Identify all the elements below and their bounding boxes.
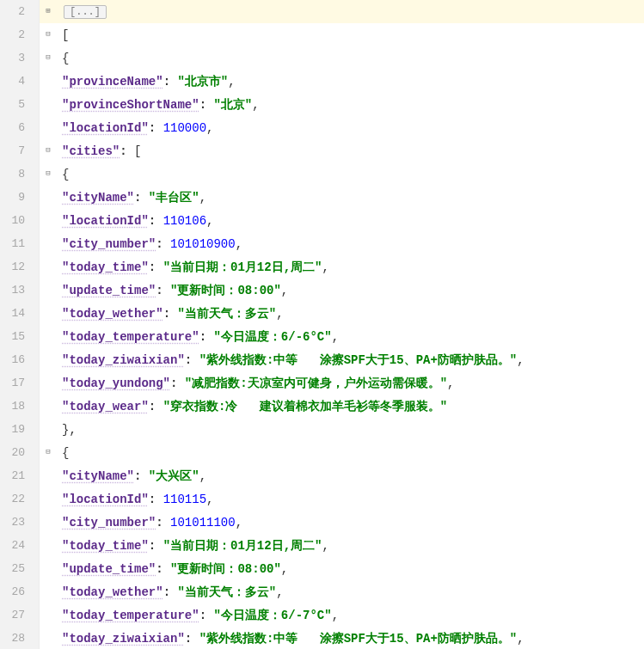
line-number: 12: [0, 255, 40, 279]
line-number: 20: [0, 441, 40, 464]
code-content[interactable]: "locationId": 110000,: [57, 116, 213, 139]
line-number: 25: [0, 557, 40, 580]
code-content[interactable]: "today_yundong": "减肥指数:天凉室内可健身，户外运动需保暖。"…: [57, 371, 454, 395]
code-content[interactable]: "provinceShortName": "北京",: [57, 93, 260, 116]
line-number: 22: [0, 487, 40, 511]
fold-gutter: [40, 116, 57, 139]
code-line[interactable]: 10 "locationId": 110106,: [0, 209, 644, 232]
code-line[interactable]: 26 "today_wether": "当前天气：多云",: [0, 580, 644, 603]
code-line[interactable]: 27 "today_temperature": "今日温度：6/-7°C",: [0, 603, 644, 627]
code-editor[interactable]: 2⊞ [...]2⊟ [3⊟ {4 "provinceName": "北京市",…: [0, 0, 644, 649]
fold-gutter: [40, 627, 57, 649]
code-line[interactable]: 9 "cityName": "丰台区",: [0, 186, 644, 209]
code-content[interactable]: "today_temperature": "今日温度：6/-6°C",: [57, 325, 339, 348]
code-line[interactable]: 24 "today_time": "当前日期：01月12日,周二",: [0, 534, 644, 557]
line-number: 2: [0, 23, 40, 46]
code-line[interactable]: 18 "today_wear": "穿衣指数:冷 建议着棉衣加羊毛衫等冬季服装。…: [0, 395, 644, 418]
code-content[interactable]: "city_number": 101011100,: [57, 511, 242, 534]
code-line[interactable]: 2⊟ [: [0, 23, 644, 46]
code-content[interactable]: "city_number": 101010900,: [57, 232, 242, 255]
code-content[interactable]: "today_ziwaixian": "紫外线指数:中等 涂擦SPF大于15、P…: [57, 348, 524, 371]
code-content[interactable]: "today_time": "当前日期：01月12日,周二",: [57, 534, 329, 557]
code-line[interactable]: 14 "today_wether": "当前天气：多云",: [0, 302, 644, 325]
code-line[interactable]: 19 },: [0, 418, 644, 441]
code-line[interactable]: 16 "today_ziwaixian": "紫外线指数:中等 涂擦SPF大于1…: [0, 348, 644, 371]
line-number: 14: [0, 302, 40, 325]
folded-region[interactable]: [...]: [64, 5, 107, 19]
code-line[interactable]: 11 "city_number": 101010900,: [0, 232, 644, 255]
code-content[interactable]: "today_ziwaixian": "紫外线指数:中等 涂擦SPF大于15、P…: [57, 627, 524, 649]
code-content[interactable]: "locationId": 110115,: [57, 487, 213, 511]
code-content[interactable]: {: [57, 46, 69, 70]
line-number: 9: [0, 186, 40, 209]
code-content[interactable]: {: [57, 441, 69, 464]
code-content[interactable]: "today_wear": "穿衣指数:冷 建议着棉衣加羊毛衫等冬季服装。": [57, 395, 447, 418]
code-content[interactable]: "cityName": "丰台区",: [57, 186, 206, 209]
code-line[interactable]: 12 "today_time": "当前日期：01月12日,周二",: [0, 255, 644, 279]
fold-collapse-icon[interactable]: ⊟: [40, 23, 57, 46]
line-number: 27: [0, 603, 40, 627]
fold-collapse-icon[interactable]: ⊟: [40, 441, 57, 464]
line-number: 16: [0, 348, 40, 371]
code-line[interactable]: 22 "locationId": 110115,: [0, 487, 644, 511]
fold-gutter: [40, 487, 57, 511]
fold-gutter: [40, 232, 57, 255]
code-content[interactable]: "provinceName": "北京市",: [57, 70, 236, 93]
code-line[interactable]: 2⊞ [...]: [0, 0, 644, 23]
code-content[interactable]: "today_temperature": "今日温度：6/-7°C",: [57, 603, 339, 627]
code-content[interactable]: [...]: [57, 0, 644, 23]
fold-gutter: [40, 93, 57, 116]
line-number: 23: [0, 511, 40, 534]
code-line[interactable]: 5 "provinceShortName": "北京",: [0, 93, 644, 116]
code-line[interactable]: 7⊟ "cities": [: [0, 139, 644, 162]
code-content[interactable]: "today_wether": "当前天气：多云",: [57, 302, 284, 325]
fold-collapse-icon[interactable]: ⊟: [40, 46, 57, 70]
line-number: 18: [0, 395, 40, 418]
fold-gutter: [40, 534, 57, 557]
code-content[interactable]: {: [57, 162, 69, 186]
code-content[interactable]: "locationId": 110106,: [57, 209, 213, 232]
fold-gutter: [40, 302, 57, 325]
fold-gutter: [40, 186, 57, 209]
line-number: 10: [0, 209, 40, 232]
line-number: 19: [0, 418, 40, 441]
code-line[interactable]: 28 "today_ziwaixian": "紫外线指数:中等 涂擦SPF大于1…: [0, 627, 644, 649]
code-line[interactable]: 13 "update_time": "更新时间：08:00",: [0, 279, 644, 302]
code-content[interactable]: },: [57, 418, 77, 441]
fold-collapse-icon[interactable]: ⊟: [40, 162, 57, 186]
code-line[interactable]: 17 "today_yundong": "减肥指数:天凉室内可健身，户外运动需保…: [0, 371, 644, 395]
code-content[interactable]: "today_wether": "当前天气：多云",: [57, 580, 284, 603]
code-line[interactable]: 4 "provinceName": "北京市",: [0, 70, 644, 93]
line-number: 8: [0, 162, 40, 186]
line-number: 7: [0, 139, 40, 162]
code-content[interactable]: [: [57, 23, 69, 46]
code-content[interactable]: "today_time": "当前日期：01月12日,周二",: [57, 255, 329, 279]
code-content[interactable]: "update_time": "更新时间：08:00",: [57, 279, 288, 302]
code-line[interactable]: 23 "city_number": 101011100,: [0, 511, 644, 534]
fold-gutter: [40, 557, 57, 580]
code-content[interactable]: "cityName": "大兴区",: [57, 464, 206, 487]
line-number: 17: [0, 371, 40, 395]
code-line[interactable]: 6 "locationId": 110000,: [0, 116, 644, 139]
fold-gutter: [40, 395, 57, 418]
fold-collapse-icon[interactable]: ⊟: [40, 139, 57, 162]
fold-gutter: [40, 255, 57, 279]
code-content[interactable]: "update_time": "更新时间：08:00",: [57, 557, 288, 580]
fold-gutter: [40, 580, 57, 603]
line-number: 2: [0, 0, 40, 23]
code-line[interactable]: 8⊟ {: [0, 162, 644, 186]
code-line[interactable]: 20⊟ {: [0, 441, 644, 464]
code-line[interactable]: 21 "cityName": "大兴区",: [0, 464, 644, 487]
fold-expand-icon[interactable]: ⊞: [40, 0, 57, 23]
fold-gutter: [40, 418, 57, 441]
fold-gutter: [40, 209, 57, 232]
code-line[interactable]: 25 "update_time": "更新时间：08:00",: [0, 557, 644, 580]
fold-gutter: [40, 325, 57, 348]
code-content[interactable]: "cities": [: [57, 139, 141, 162]
code-line[interactable]: 3⊟ {: [0, 46, 644, 70]
fold-gutter: [40, 279, 57, 302]
code-line[interactable]: 15 "today_temperature": "今日温度：6/-6°C",: [0, 325, 644, 348]
fold-gutter: [40, 348, 57, 371]
line-number: 4: [0, 70, 40, 93]
line-number: 24: [0, 534, 40, 557]
